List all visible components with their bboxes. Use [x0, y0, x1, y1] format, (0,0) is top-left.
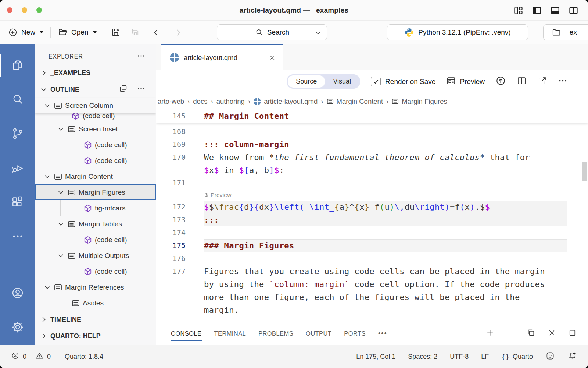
sidebar-item-source-control[interactable] — [0, 117, 35, 151]
panel-restore-icon[interactable] — [527, 328, 536, 339]
breadcrumb-item[interactable]: article-layout.qmd — [254, 98, 318, 106]
outline-item-asides[interactable]: Asides — [35, 295, 156, 311]
encoding-status[interactable]: UTF-8 — [450, 353, 469, 361]
preview-button[interactable]: Preview — [446, 76, 485, 88]
minimize-window-button[interactable] — [22, 7, 27, 13]
breadcrumb-item[interactable]: docs — [193, 98, 207, 106]
zoom-window-button[interactable] — [36, 7, 42, 13]
split-editor-icon[interactable] — [517, 76, 527, 87]
panel-tab-console[interactable]: CONSOLE — [171, 322, 202, 345]
code-line[interactable]: more than one figure, each of the figure… — [156, 291, 588, 304]
code-lens[interactable]: Preview — [156, 190, 588, 201]
settings-button[interactable] — [0, 311, 35, 345]
code-line[interactable]: margin. — [156, 304, 588, 316]
panel-tab-output[interactable]: OUTPUT — [306, 322, 331, 345]
outline-item-code-cell[interactable]: (code cell) — [35, 137, 156, 153]
feedback-icon[interactable] — [545, 351, 555, 362]
code-editor[interactable]: 145## Margin Content168 169::: column-ma… — [156, 110, 588, 322]
interpreter-selector[interactable]: Python 3.12.1 (PipEnv: .venv) — [387, 24, 528, 40]
publish-icon[interactable] — [495, 75, 506, 88]
tab-source[interactable]: Source — [288, 75, 325, 88]
activity-more-button[interactable] — [0, 220, 35, 254]
outline-item-multiple-outputs[interactable]: Multiple Outputs — [35, 248, 156, 263]
checkbox-checked-icon[interactable] — [371, 77, 381, 86]
sidebar-item-explorer[interactable] — [0, 49, 35, 83]
sidebar-item-search[interactable] — [0, 83, 35, 117]
quarto-version-status[interactable]: Quarto: 1.8.4 — [65, 353, 103, 361]
outline-item-margin-content[interactable]: Margin Content — [35, 169, 156, 184]
search-input[interactable]: Search — [217, 24, 327, 40]
forward-icon[interactable] — [173, 28, 183, 37]
panel-tab-problems[interactable]: PROBLEMS — [258, 322, 293, 345]
code-line[interactable]: 176 — [156, 252, 588, 265]
toggle-left-sidebar-icon[interactable] — [532, 6, 542, 15]
save-all-icon[interactable] — [130, 27, 140, 37]
outline-item-margin-figures[interactable]: Margin Figures — [35, 184, 156, 200]
code-line[interactable]: 177Figures that you create using code ce… — [156, 265, 588, 278]
sidebar-section-quarto-help[interactable]: QUARTO: HELP — [35, 328, 156, 344]
breadcrumb-item[interactable]: arto-web — [158, 98, 184, 106]
problems-status[interactable]: 0 0 — [11, 351, 51, 362]
panel-tab-ports[interactable]: PORTS — [344, 322, 366, 345]
close-window-button[interactable] — [7, 7, 12, 13]
new-button[interactable]: New — [8, 28, 43, 37]
code-line[interactable]: 170We know from *the first fundamental t… — [156, 151, 588, 164]
outline-item-code-cell[interactable]: (code cell) — [35, 263, 156, 279]
sidebar-section-timeline[interactable]: TIMELINE — [35, 311, 156, 328]
bell-icon[interactable] — [567, 351, 577, 362]
code-line[interactable]: 169::: column-margin — [156, 138, 588, 151]
indentation-status[interactable]: Spaces: 2 — [408, 353, 437, 361]
chevron-down-icon[interactable] — [315, 29, 322, 38]
language-mode-status[interactable]: {} Quarto — [501, 353, 533, 361]
code-line[interactable]: 174 — [156, 226, 588, 239]
save-icon[interactable] — [111, 27, 121, 37]
explorer-more-icon[interactable] — [137, 52, 146, 62]
code-line[interactable]: 172$$\frac{d}{dx}\left( \int_{a}^{x} f(u… — [156, 201, 588, 213]
panel-minimize-icon[interactable] — [506, 328, 515, 339]
outline-item-screen-column[interactable]: Screen Column — [35, 98, 156, 113]
code-line[interactable]: 145## Margin Content — [156, 110, 588, 123]
render-on-save-control[interactable]: Render on Save — [371, 77, 435, 86]
sidebar-section-examples[interactable]: _EXAMPLES — [35, 65, 156, 81]
tab-article-layout[interactable]: article-layout.qmd — [161, 44, 283, 70]
collapse-all-icon[interactable] — [119, 84, 128, 95]
code-line[interactable]: $x$ in $[a, b]$: — [156, 164, 588, 177]
close-icon[interactable] — [268, 54, 276, 61]
toggle-bottom-panel-icon[interactable] — [550, 6, 560, 15]
open-external-icon[interactable] — [537, 76, 547, 87]
panel-tab-terminal[interactable]: TERMINAL — [214, 322, 246, 345]
toggle-right-sidebar-icon[interactable] — [569, 6, 578, 15]
sidebar-item-extensions[interactable] — [0, 185, 35, 220]
panel-close-icon[interactable] — [547, 328, 556, 339]
outline-item-margin-references[interactable]: Margin References — [35, 279, 156, 295]
outline-item-screen-inset[interactable]: Screen Inset — [35, 121, 156, 137]
sidebar-item-run-debug[interactable] — [0, 151, 35, 185]
vertical-scrollbar[interactable] — [582, 162, 587, 181]
panel-more-icon[interactable]: ••• — [378, 330, 387, 337]
breadcrumb-item[interactable]: Margin Figures — [392, 98, 447, 106]
breadcrumb-item[interactable]: Margin Content — [327, 98, 383, 106]
sidebar-section-outline[interactable]: OUTLINE — [35, 81, 156, 98]
outline-item-code-cell[interactable]: (code cell) — [35, 153, 156, 169]
code-line[interactable]: 168 — [156, 125, 588, 138]
workspace-selector[interactable]: _ex — [543, 24, 588, 40]
panel-maximize-icon[interactable] — [568, 328, 577, 339]
outline-item-code-cell[interactable]: (code cell) — [35, 232, 156, 248]
code-line[interactable]: 173::: — [156, 213, 588, 226]
outline-more-icon[interactable] — [137, 84, 146, 95]
panel-plus-icon[interactable] — [485, 328, 495, 339]
code-line[interactable]: 175### Margin Figures — [156, 239, 588, 252]
code-line[interactable]: by using the `column: margin` code cell … — [156, 278, 588, 291]
cursor-position-status[interactable]: Ln 175, Col 1 — [356, 353, 395, 361]
outline-item-fig-mtcars[interactable]: fig-mtcars — [35, 200, 156, 216]
back-icon[interactable] — [151, 28, 161, 37]
outline-item-code-cell[interactable]: (code cell) — [35, 113, 156, 121]
open-button[interactable]: Open — [58, 27, 96, 37]
customize-layout-icon[interactable] — [513, 6, 523, 15]
code-line[interactable]: 171 — [156, 177, 588, 190]
account-button[interactable] — [0, 276, 35, 311]
eol-status[interactable]: LF — [481, 353, 489, 361]
breadcrumb-item[interactable]: authoring — [216, 98, 245, 106]
outline-item-margin-tables[interactable]: Margin Tables — [35, 216, 156, 232]
tab-visual[interactable]: Visual — [325, 75, 359, 88]
